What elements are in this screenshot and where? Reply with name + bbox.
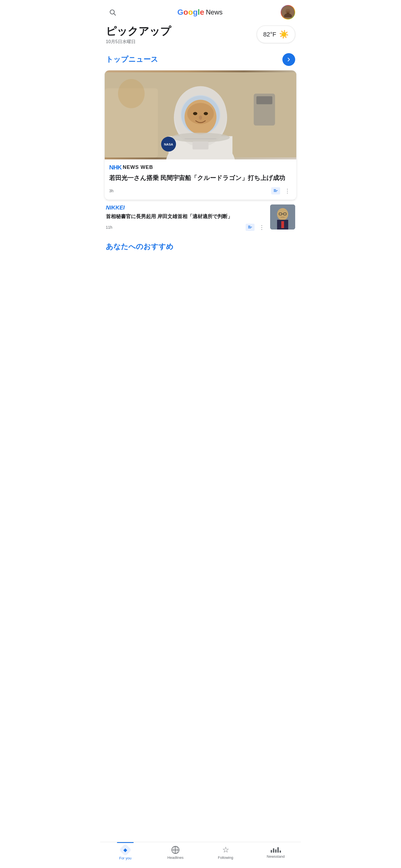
second-article-content: NIKKEI 首相秘書官に長男起用 岸田文雄首相「適材適所で判断」 11h ⋮ [106,205,266,232]
top-news-header: トップニュース [100,50,301,70]
svg-rect-6 [287,12,289,14]
page-title: ピックアップ [106,26,171,37]
hero-article-time: 3h [109,189,114,193]
top-news-more-button[interactable] [282,53,295,66]
hero-card-meta: 3h ⋮ [109,186,292,195]
svg-point-21 [171,133,230,142]
svg-point-9 [118,79,145,108]
nikkei-brand: NIKKEI [106,205,266,211]
svg-rect-30 [274,190,278,191]
svg-text:NASA: NASA [164,143,173,146]
svg-point-19 [204,112,208,115]
second-article-headline: 首相秘書官に長男起用 岸田文雄首相「適材適所で判断」 [106,213,266,220]
svg-point-20 [199,116,202,120]
nhk-brand: NHK [109,164,122,171]
second-card-meta: 11h ⋮ [106,223,266,232]
svg-point-17 [187,103,214,124]
hero-article-headline: 若田光一さん搭乗 民間宇宙船「クルードラゴン」打ち上げ成功 [109,174,292,183]
search-button[interactable] [106,6,119,19]
hero-coverage-button[interactable] [271,187,280,194]
svg-rect-35 [248,228,251,228]
svg-rect-27 [256,96,273,104]
svg-line-1 [114,13,116,15]
recommendations-section: あなたへのおすすめ [100,236,301,254]
hero-article-content: NHK NEWS WEB 若田光一さん搭乗 民間宇宙船「クルードラゴン」打ち上げ… [105,159,296,200]
hero-article-card[interactable]: NASA NHK NEWS WEB 若田光一さん搭乗 民間宇宙船「クルードラゴン… [105,70,296,200]
second-article-time: 11h [106,225,112,229]
svg-rect-43 [281,221,284,228]
svg-point-3 [284,13,292,17]
app-header: Google News [100,0,301,23]
second-article-card[interactable]: NIKKEI 首相秘書官に長男起用 岸田文雄首相「適材適所で判断」 11h ⋮ [100,200,301,236]
hero-card-actions: ⋮ [271,186,292,195]
svg-rect-29 [274,189,276,190]
weather-icon: ☀️ [279,30,289,39]
svg-rect-34 [248,227,252,227]
svg-rect-33 [248,226,250,226]
second-more-button[interactable]: ⋮ [257,223,266,232]
second-article-image [270,205,295,229]
hero-article-image: NASA [105,70,296,159]
second-coverage-button[interactable] [246,224,255,231]
news-web-brand: NEWS WEB [123,164,153,170]
recommendations-title: あなたへのおすすめ [106,242,295,251]
top-news-title: トップニュース [106,55,158,64]
weather-widget[interactable]: 82°F ☀️ [257,26,295,43]
svg-rect-31 [274,191,277,192]
hero-more-button[interactable]: ⋮ [283,186,292,195]
svg-rect-25 [193,141,208,149]
pickup-date: 10月5日水曜日 [106,39,171,45]
user-avatar-button[interactable] [281,5,295,20]
second-card-actions: ⋮ [246,223,266,232]
app-logo: Google News [177,8,223,17]
hero-source-logo: NHK NEWS WEB [109,164,292,171]
svg-point-18 [193,112,197,115]
pickup-section: ピックアップ 10月5日水曜日 82°F ☀️ [100,23,301,50]
svg-point-37 [277,208,288,220]
weather-temperature: 82°F [263,31,276,38]
